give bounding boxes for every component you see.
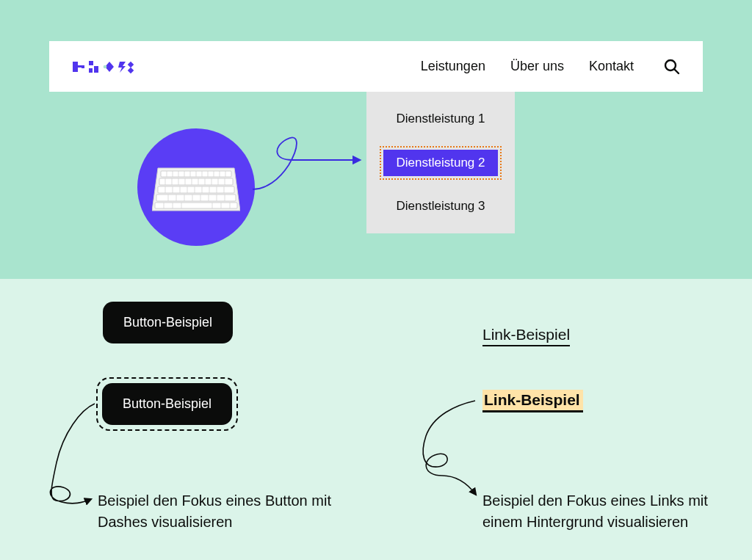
dropdown-item-1[interactable]: Dienstleistung 1 [378,107,503,131]
nav-link-kontakt[interactable]: Kontakt [589,59,634,74]
example-link-focused[interactable]: Link-Beispiel [482,390,583,412]
dropdown-item-3[interactable]: Dienstleistung 3 [378,194,503,218]
nav-dropdown: Dienstleistung 1 Dienstleistung 2 Dienst… [366,92,515,233]
example-button-focused[interactable]: Button-Beispiel [102,383,232,425]
logo-glyphs-icon [71,59,134,74]
svg-rect-12 [158,186,234,193]
svg-rect-5 [128,61,134,67]
nav-links: Leistungen Über uns Kontakt [421,58,703,76]
dropdown-item-2-focus-ring: Dienstleistung 2 [380,146,502,180]
svg-rect-0 [82,65,84,68]
search-button[interactable] [663,58,681,76]
svg-rect-1 [89,61,93,65]
svg-rect-6 [128,67,134,73]
example-link-plain[interactable]: Link-Beispiel [482,326,570,346]
svg-point-4 [104,65,107,68]
svg-rect-2 [94,66,98,73]
keyboard-icon [152,161,240,214]
nav-link-ueber-uns[interactable]: Über uns [510,59,564,74]
svg-rect-11 [159,178,233,185]
caption-link-focus: Beispiel den Fokus eines Links mit einem… [482,490,740,533]
caption-button-focus: Beispiel den Fokus eines Button mit Dash… [98,490,340,533]
site-navbar: Leistungen Über uns Kontakt [49,41,703,92]
keyboard-illustration [137,128,255,246]
svg-line-8 [675,69,679,73]
svg-rect-3 [89,68,93,73]
nav-link-leistungen[interactable]: Leistungen [421,59,485,74]
example-button-focus-ring: Button-Beispiel [96,377,238,431]
site-logo [71,59,134,74]
example-button-plain[interactable]: Button-Beispiel [103,302,233,343]
svg-rect-14 [155,203,237,208]
search-icon [664,59,680,75]
dropdown-item-2[interactable]: Dienstleistung 2 [383,150,499,176]
